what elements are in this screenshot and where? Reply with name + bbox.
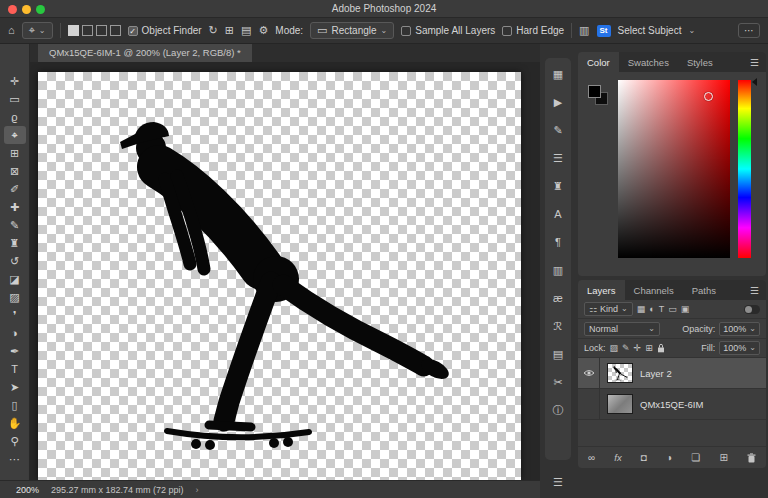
select-subject-button[interactable]: Select Subject (618, 25, 682, 36)
filter-kind-dropdown[interactable]: ⚏ Kind ⌄ (584, 302, 633, 316)
tab-styles[interactable]: Styles (678, 52, 722, 72)
zoom-level[interactable]: 200% (16, 485, 39, 495)
fill-dropdown[interactable]: 100% ⌄ (719, 341, 760, 355)
brush-settings-panel-icon[interactable]: ✎ (549, 121, 567, 139)
filter-shape-layers-icon[interactable]: ▭ (668, 304, 677, 314)
visibility-toggle[interactable] (578, 358, 600, 388)
new-selection-icon[interactable] (68, 25, 79, 36)
delete-layer-icon[interactable] (747, 453, 756, 463)
blend-mode-dropdown[interactable]: Normal ⌄ (584, 322, 660, 336)
refresh-icon[interactable]: ↻ (209, 25, 218, 36)
gear-icon[interactable]: ⚙ (258, 25, 268, 36)
foreground-color-swatch[interactable] (588, 85, 601, 98)
filter-adjustment-layers-icon[interactable]: ◐ (649, 304, 654, 314)
layer-effects-icon[interactable]: fx (614, 452, 621, 463)
new-layer-icon[interactable]: ⊞ (719, 452, 727, 463)
view-options-icon[interactable]: ▤ (241, 25, 251, 36)
panel-menu-icon[interactable]: ☰ (743, 52, 766, 72)
blur-tool[interactable]: ❜ (4, 306, 26, 324)
add-mask-icon[interactable]: ◘ (641, 452, 647, 463)
checkbox-checked-icon[interactable]: ✓ (128, 26, 138, 36)
brush-tool[interactable]: ✎ (4, 216, 26, 234)
pen-tool[interactable]: ✒ (4, 342, 26, 360)
lock-image-pixels-icon[interactable]: ✎ (622, 343, 630, 353)
marquee-tool[interactable]: ▭ (4, 90, 26, 108)
layer-thumbnail[interactable] (607, 363, 633, 383)
clone-stamp-tool[interactable]: ♜ (4, 234, 26, 252)
more-panels-icon[interactable]: ☰ (545, 470, 571, 494)
lock-all-icon[interactable] (657, 343, 665, 353)
status-expand-icon[interactable]: › (196, 485, 199, 495)
sample-all-layers-checkbox[interactable]: Sample All Layers (401, 25, 495, 36)
clone-source-panel-icon[interactable]: ♜ (549, 177, 567, 195)
home-icon[interactable]: ⌂ (8, 25, 15, 36)
edit-toolbar-button[interactable]: ⋯ (4, 450, 26, 468)
cloud-processing-badge[interactable]: St (597, 25, 611, 37)
tab-layers[interactable]: Layers (578, 280, 625, 300)
gradient-tool[interactable]: ▨ (4, 288, 26, 306)
hand-tool[interactable]: ✋ (4, 414, 26, 432)
eraser-tool[interactable]: ◪ (4, 270, 26, 288)
intersect-selection-icon[interactable] (110, 25, 121, 36)
crop-tool[interactable]: ⊞ (4, 144, 26, 162)
mode-dropdown[interactable]: ▭ Rectangle ⌄ (310, 22, 394, 39)
history-brush-tool[interactable]: ↺ (4, 252, 26, 270)
layer-name[interactable]: QMx15QE-6IM (640, 399, 703, 410)
hard-edge-checkbox[interactable]: Hard Edge (502, 25, 564, 36)
subtract-from-selection-icon[interactable] (96, 25, 107, 36)
show-all-objects-icon[interactable]: ⊞ (225, 25, 234, 36)
filter-smart-objects-icon[interactable]: ▣ (681, 304, 690, 314)
lock-position-icon[interactable]: ✛ (634, 343, 642, 353)
layer-name[interactable]: Layer 2 (640, 368, 672, 379)
tab-swatches[interactable]: Swatches (619, 52, 678, 72)
layer-comps-panel-icon[interactable]: ▥ (549, 261, 567, 279)
path-selection-tool[interactable]: ➤ (4, 378, 26, 396)
timeline-panel-icon[interactable]: ▤ (549, 345, 567, 363)
saturation-brightness-field[interactable] (618, 80, 730, 258)
properties-panel-icon[interactable]: ☰ (549, 149, 567, 167)
hue-slider[interactable] (738, 80, 751, 258)
document-canvas[interactable] (38, 72, 521, 480)
zoom-tool[interactable]: ⚲ (4, 432, 26, 450)
filter-pixel-layers-icon[interactable]: ▦ (637, 304, 646, 314)
tab-color[interactable]: Color (578, 52, 619, 72)
lock-artboard-icon[interactable]: ⊞ (645, 343, 653, 353)
character-panel-icon[interactable]: A (549, 205, 567, 223)
layer-row[interactable]: Layer 2 (578, 358, 766, 389)
checkbox-icon[interactable] (502, 26, 512, 36)
lasso-tool[interactable]: ϱ (4, 108, 26, 126)
healing-brush-tool[interactable]: ✚ (4, 198, 26, 216)
filter-toggle-switch[interactable] (744, 305, 760, 314)
hue-slider-handle[interactable] (752, 78, 757, 86)
libraries-panel-icon[interactable]: ▦ (549, 65, 567, 83)
actions-panel-icon[interactable]: ▶ (549, 93, 567, 111)
color-picker-handle[interactable] (704, 92, 713, 101)
link-layers-icon[interactable]: ∞ (588, 452, 595, 463)
panel-menu-icon[interactable]: ☰ (743, 280, 766, 300)
dodge-tool[interactable]: ◑ (4, 324, 26, 342)
layer-row[interactable]: QMx15QE-6IM (578, 389, 766, 420)
frame-tool[interactable]: ⊠ (4, 162, 26, 180)
object-selection-tool[interactable]: ⌖ (4, 126, 26, 144)
object-finder-checkbox[interactable]: ✓ Object Finder (128, 25, 202, 36)
chevron-down-icon[interactable]: ⌄ (688, 27, 695, 35)
paragraph-panel-icon[interactable]: ¶ (549, 233, 567, 251)
document-tab[interactable]: QMx15QE-6IM-1 @ 200% (Layer 2, RGB/8) * (38, 44, 252, 62)
character-styles-panel-icon[interactable]: æ (549, 289, 567, 307)
shape-tool[interactable]: ▯ (4, 396, 26, 414)
tab-paths[interactable]: Paths (683, 280, 725, 300)
adjustment-layer-icon[interactable]: ◑ (666, 452, 672, 463)
checkbox-icon[interactable] (401, 26, 411, 36)
lock-transparent-pixels-icon[interactable]: ▨ (610, 343, 619, 353)
tool-preset-dropdown[interactable]: ⌖ ⌄ (22, 22, 53, 39)
add-to-selection-icon[interactable] (82, 25, 93, 36)
move-tool[interactable]: ✛ (4, 72, 26, 90)
info-panel-icon[interactable]: ⓘ (549, 401, 567, 419)
type-tool[interactable]: T (4, 360, 26, 378)
eyedropper-tool[interactable]: ✐ (4, 180, 26, 198)
opacity-dropdown[interactable]: 100% ⌄ (719, 322, 760, 336)
visibility-toggle[interactable] (578, 389, 600, 419)
tab-channels[interactable]: Channels (625, 280, 683, 300)
filter-type-layers-icon[interactable]: T (659, 304, 665, 314)
scissors-panel-icon[interactable]: ✂ (549, 373, 567, 391)
